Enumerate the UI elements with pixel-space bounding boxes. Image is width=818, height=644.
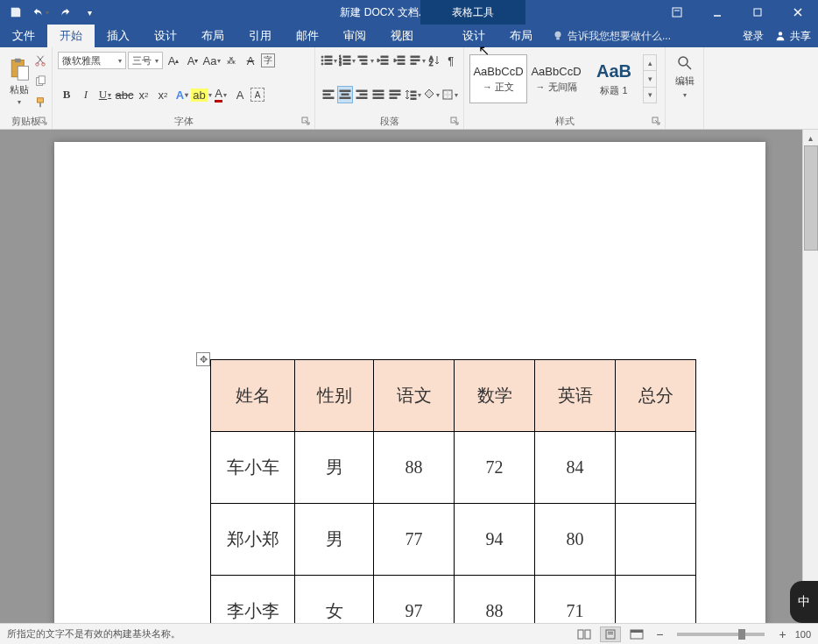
table-cell[interactable]: 88 (455, 576, 535, 624)
align-right-button[interactable] (355, 86, 370, 103)
zoom-slider[interactable] (677, 633, 765, 636)
superscript-button[interactable]: x2 (154, 86, 172, 103)
char-shading-button[interactable]: A (231, 86, 249, 103)
document-table[interactable]: 姓名 性别 语文 数学 英语 总分 车小车 男 88 72 84 郑小郑 男 7… (210, 359, 696, 623)
clipboard-dialog-launcher[interactable] (39, 117, 49, 127)
header-cell[interactable]: 总分 (616, 360, 696, 432)
table-cell[interactable]: 97 (374, 576, 455, 624)
minimize-button[interactable] (697, 0, 737, 25)
tab-layout[interactable]: 布局 (189, 25, 236, 47)
tab-references[interactable]: 引用 (236, 25, 284, 47)
font-size-combo[interactable]: 三号▾ (128, 52, 163, 69)
numbering-button[interactable]: 123▾ (339, 52, 356, 69)
show-marks-button[interactable]: ¶ (443, 52, 458, 69)
tab-insert[interactable]: 插入 (95, 25, 142, 47)
shading-button[interactable]: ▾ (423, 86, 440, 103)
cut-icon[interactable] (34, 54, 46, 67)
format-painter-icon[interactable] (34, 96, 46, 109)
style-no-spacing[interactable]: AaBbCcD → 无间隔 (527, 54, 585, 103)
table-cell[interactable] (616, 504, 696, 576)
bold-button[interactable]: B (58, 86, 75, 103)
borders-button[interactable]: ▾ (441, 86, 458, 103)
table-cell[interactable]: 车小车 (211, 432, 295, 504)
header-cell[interactable]: 英语 (535, 360, 616, 432)
bullets-button[interactable]: ▾ (321, 52, 337, 69)
paste-button[interactable]: 粘贴 ▾ (5, 50, 32, 113)
ribbon-display-button[interactable] (657, 0, 697, 25)
document-area[interactable]: ✥ 姓名 性别 语文 数学 英语 总分 车小车 男 88 72 84 郑小郑 男 (0, 130, 802, 623)
underline-button[interactable]: U▾ (96, 86, 114, 103)
font-name-combo[interactable]: 微软雅黑▾ (58, 52, 126, 69)
shrink-font-button[interactable]: A▾ (184, 52, 201, 69)
align-center-button[interactable] (337, 86, 352, 103)
header-cell[interactable]: 数学 (455, 360, 535, 432)
read-mode-button[interactable] (574, 626, 595, 642)
table-cell[interactable]: 80 (535, 504, 616, 576)
tab-table-layout[interactable]: 布局 (497, 25, 545, 47)
table-cell[interactable] (616, 576, 696, 624)
table-cell[interactable]: 94 (455, 504, 535, 576)
table-move-handle[interactable]: ✥ (196, 352, 210, 366)
table-cell[interactable]: 84 (535, 432, 616, 504)
phonetic-guide-button[interactable]: ⁂ (222, 52, 240, 69)
tab-view[interactable]: 视图 (378, 25, 426, 47)
table-cell[interactable] (616, 432, 696, 504)
login-link[interactable]: 登录 (743, 29, 764, 44)
style-scroll-down[interactable]: ▾ (644, 71, 656, 87)
styles-dialog-launcher[interactable] (652, 117, 662, 127)
text-effects-button[interactable]: A▾ (173, 86, 191, 103)
enclose-char-button[interactable]: 字 (261, 53, 275, 67)
page[interactable]: ✥ 姓名 性别 语文 数学 英语 总分 车小车 男 88 72 84 郑小郑 男 (54, 142, 765, 623)
print-layout-button[interactable] (600, 626, 621, 642)
zoom-in-button[interactable]: + (775, 627, 789, 641)
zoom-handle[interactable] (738, 629, 745, 640)
redo-button[interactable] (53, 0, 77, 25)
italic-button[interactable]: I (77, 86, 95, 103)
qat-customize-button[interactable]: ▾ (77, 0, 102, 25)
justify-button[interactable] (371, 86, 386, 103)
table-header-row[interactable]: 姓名 性别 语文 数学 英语 总分 (211, 360, 696, 432)
table-cell[interactable]: 71 (535, 576, 616, 624)
highlight-button[interactable]: ab▾ (193, 86, 210, 103)
ime-badge[interactable]: 中 (790, 581, 818, 623)
table-cell[interactable]: 李小李 (211, 576, 295, 624)
vertical-scrollbar[interactable]: ▴ ▾ (802, 130, 818, 623)
table-cell[interactable]: 77 (374, 504, 455, 576)
table-cell[interactable]: 女 (295, 576, 374, 624)
subscript-button[interactable]: x2 (135, 86, 152, 103)
header-cell[interactable]: 性别 (295, 360, 374, 432)
grow-font-button[interactable]: A▴ (165, 52, 182, 69)
tab-file[interactable]: 文件 (0, 25, 47, 47)
undo-button[interactable]: ▾ (28, 0, 53, 25)
table-cell[interactable]: 88 (374, 432, 455, 504)
header-cell[interactable]: 姓名 (211, 360, 295, 432)
scroll-up-button[interactable]: ▴ (803, 130, 818, 145)
tab-table-design[interactable]: 设计 (450, 25, 497, 47)
style-normal[interactable]: AaBbCcD → 正文 (469, 54, 527, 103)
sort-button[interactable]: AZ (427, 52, 442, 69)
table-cell[interactable]: 男 (295, 432, 374, 504)
tell-me-search[interactable]: 告诉我您想要做什么... (552, 29, 671, 44)
table-row[interactable]: 车小车 男 88 72 84 (211, 432, 696, 504)
tab-home[interactable]: 开始 (47, 25, 95, 47)
table-cell[interactable]: 72 (455, 432, 535, 504)
style-scroll-up[interactable]: ▴ (644, 55, 656, 71)
increase-indent-button[interactable] (392, 52, 407, 69)
tab-mailings[interactable]: 邮件 (284, 25, 331, 47)
table-row[interactable]: 郑小郑 男 77 94 80 (211, 504, 696, 576)
style-gallery-expand[interactable]: ▾ (644, 88, 656, 103)
paragraph-dialog-launcher[interactable] (450, 117, 461, 127)
save-button[interactable] (4, 0, 28, 25)
table-cell[interactable]: 男 (295, 504, 374, 576)
distributed-button[interactable] (388, 86, 403, 103)
table-cell[interactable]: 郑小郑 (211, 504, 295, 576)
find-button[interactable]: 编辑 ▾ (671, 50, 698, 99)
tab-review[interactable]: 审阅 (331, 25, 378, 47)
scroll-thumb[interactable] (804, 145, 818, 251)
multilevel-list-button[interactable]: ▾ (357, 52, 374, 69)
char-border-button[interactable]: A (250, 88, 264, 102)
change-case-button[interactable]: Aa▾ (203, 52, 221, 69)
copy-icon[interactable] (34, 75, 46, 88)
font-color-button[interactable]: A▾ (212, 86, 229, 103)
maximize-button[interactable] (737, 0, 778, 25)
